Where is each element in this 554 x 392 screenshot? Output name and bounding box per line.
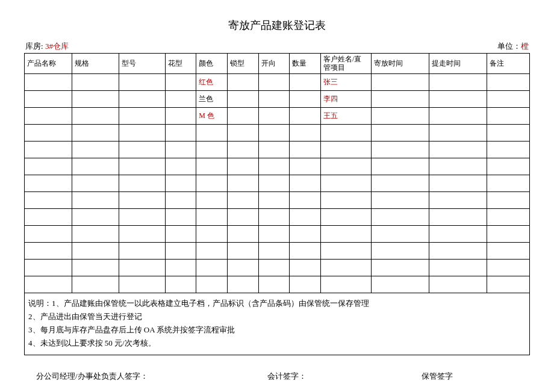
table-cell xyxy=(228,175,259,191)
sign-keeper: 保管签字 xyxy=(422,371,518,382)
table-cell xyxy=(72,90,119,107)
table-cell xyxy=(371,191,429,208)
table-cell xyxy=(320,208,371,225)
table-cell xyxy=(258,208,290,225)
table-cell xyxy=(228,90,259,107)
table-cell xyxy=(258,175,290,191)
table-cell xyxy=(487,124,529,141)
table-cell xyxy=(228,158,259,175)
table-cell xyxy=(119,90,165,107)
table-cell xyxy=(228,276,259,293)
table-cell xyxy=(487,259,529,276)
table-cell xyxy=(119,225,165,242)
table-cell xyxy=(320,225,371,242)
table-cell xyxy=(320,191,371,208)
table-cell xyxy=(371,107,429,124)
note-line: 2、产品进出由保管当天进行登记 xyxy=(28,310,526,323)
table-cell xyxy=(72,175,119,191)
table-cell xyxy=(371,208,429,225)
table-cell xyxy=(290,276,321,293)
table-row xyxy=(25,259,530,276)
th-model: 型号 xyxy=(119,54,165,74)
table-row xyxy=(25,191,530,208)
table-cell xyxy=(119,191,165,208)
page-title: 寄放产品建账登记表 xyxy=(24,18,530,33)
table-cell xyxy=(487,225,529,242)
table-cell xyxy=(320,259,371,276)
th-qty: 数量 xyxy=(290,54,321,74)
table-cell xyxy=(371,242,429,259)
table-cell xyxy=(119,276,165,293)
register-table: 产品名称 规格 型号 花型 颜色 锁型 开向 数量 客户姓名/直管项目 寄放时间… xyxy=(24,53,530,293)
th-remark: 备注 xyxy=(487,54,529,74)
table-cell xyxy=(258,90,290,107)
table-cell xyxy=(228,208,259,225)
table-cell xyxy=(119,175,165,191)
table-cell xyxy=(72,124,119,141)
table-cell xyxy=(25,208,72,225)
table-cell xyxy=(429,158,487,175)
table-cell xyxy=(25,225,72,242)
table-cell xyxy=(371,90,429,107)
table-cell xyxy=(196,259,228,276)
signature-row: 分公司经理/办事处负责人签字： 会计签字： 保管签字 xyxy=(24,371,530,382)
table-cell xyxy=(72,158,119,175)
table-cell xyxy=(165,107,196,124)
table-cell xyxy=(258,259,290,276)
table-cell xyxy=(290,124,321,141)
table-cell xyxy=(25,107,72,124)
table-cell xyxy=(165,175,196,191)
table-cell xyxy=(320,124,371,141)
meta-left-value: 3#仓库 xyxy=(45,42,69,51)
table-cell xyxy=(165,242,196,259)
table-cell xyxy=(429,208,487,225)
table-cell xyxy=(119,242,165,259)
table-cell xyxy=(429,191,487,208)
table-cell xyxy=(72,242,119,259)
table-cell xyxy=(320,141,371,158)
table-cell xyxy=(72,191,119,208)
table-cell xyxy=(165,191,196,208)
sign-accountant: 会计签字： xyxy=(267,371,422,382)
table-cell xyxy=(290,259,321,276)
table-cell: 张三 xyxy=(320,73,371,90)
table-cell xyxy=(165,158,196,175)
table-cell xyxy=(429,141,487,158)
table-cell xyxy=(371,276,429,293)
table-cell xyxy=(25,175,72,191)
th-name: 产品名称 xyxy=(25,54,72,74)
table-cell xyxy=(320,276,371,293)
table-cell xyxy=(429,225,487,242)
table-cell xyxy=(165,208,196,225)
table-cell xyxy=(487,141,529,158)
table-cell xyxy=(487,191,529,208)
table-cell xyxy=(119,259,165,276)
table-cell xyxy=(487,73,529,90)
header-row: 产品名称 规格 型号 花型 颜色 锁型 开向 数量 客户姓名/直管项目 寄放时间… xyxy=(25,54,530,74)
table-row xyxy=(25,242,530,259)
table-cell xyxy=(258,225,290,242)
table-cell xyxy=(320,158,371,175)
table-cell xyxy=(487,242,529,259)
table-cell xyxy=(429,175,487,191)
table-cell xyxy=(487,175,529,191)
table-cell xyxy=(487,276,529,293)
table-cell xyxy=(371,141,429,158)
table-cell: 兰色 xyxy=(196,90,228,107)
table-cell xyxy=(371,175,429,191)
table-cell xyxy=(25,124,72,141)
table-cell xyxy=(258,191,290,208)
table-cell xyxy=(258,124,290,141)
table-cell xyxy=(165,90,196,107)
th-color: 颜色 xyxy=(196,54,228,74)
table-cell xyxy=(196,208,228,225)
meta-left-label: 库房: xyxy=(25,42,45,51)
table-cell xyxy=(165,276,196,293)
note-line: 4、未达到以上要求按 50 元/次考核。 xyxy=(28,337,526,350)
table-cell xyxy=(25,90,72,107)
table-cell xyxy=(119,141,165,158)
table-cell xyxy=(196,242,228,259)
table-cell: 王五 xyxy=(320,107,371,124)
table-cell xyxy=(429,73,487,90)
table-cell xyxy=(258,158,290,175)
